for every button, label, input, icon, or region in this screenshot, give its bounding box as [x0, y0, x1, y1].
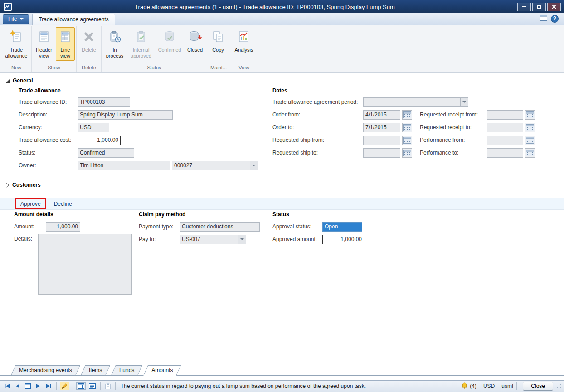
file-menu-button[interactable]: File — [3, 14, 29, 24]
performance-from-label: Performance from: — [420, 137, 487, 143]
requested-ship-to-label: Requested ship to: — [272, 150, 363, 156]
separator — [115, 382, 116, 390]
internal-approved-icon — [134, 29, 148, 46]
section-general[interactable]: General — [6, 77, 33, 84]
amount-input — [46, 222, 80, 232]
separator — [56, 382, 57, 390]
requested-receipt-to-calendar-button[interactable] — [525, 123, 535, 132]
decline-button[interactable]: Decline — [50, 199, 76, 208]
payment-type-label: Payment type: — [139, 223, 180, 230]
approve-button[interactable]: Approve — [16, 199, 45, 208]
tab-merchandising-events[interactable]: Merchandising events — [11, 365, 80, 375]
owner-label: Owner: — [19, 162, 78, 169]
field-details-label-row: Details: — [14, 234, 32, 244]
pencil-icon — [61, 383, 68, 389]
separator — [100, 382, 101, 390]
status-bar: The current status in regard to paying o… — [0, 380, 564, 392]
trade-allowance-cost-label: Trade allowance cost: — [19, 137, 78, 143]
tab-items[interactable]: Items — [81, 365, 110, 375]
order-from-calendar-button[interactable] — [402, 110, 412, 120]
section-customers[interactable]: Customers — [6, 182, 564, 188]
pay-to-dropdown-button[interactable] — [238, 235, 246, 244]
notifications-bell-icon[interactable] — [461, 382, 468, 390]
amount-label: Amount: — [14, 223, 46, 230]
new-trade-allowance-button[interactable]: Trade allowance — [3, 27, 30, 61]
tab-funds[interactable]: Funds — [111, 365, 142, 375]
window-title: Trade allowance agreements (1 - usmf) - … — [12, 4, 517, 10]
order-from-label: Order from: — [272, 111, 363, 118]
pay-to-input — [180, 235, 238, 244]
close-window-button[interactable] — [547, 3, 561, 11]
requested-ship-from-calendar-button[interactable] — [402, 136, 412, 145]
field-approved-amount: Approved amount: — [272, 234, 364, 244]
calendar-icon — [526, 149, 534, 156]
tab-amounts[interactable]: Amounts — [143, 365, 181, 376]
form-view-button[interactable] — [88, 382, 97, 390]
calendar-icon — [526, 111, 534, 118]
statusbar-currency: USD — [483, 383, 495, 389]
dates-group-header: Dates — [272, 87, 287, 94]
details-textarea[interactable] — [38, 234, 132, 295]
minimize-button[interactable] — [517, 3, 531, 11]
approval-status-input[interactable] — [322, 222, 362, 232]
collapsed-triangle-icon — [6, 183, 10, 188]
order-to-input — [363, 123, 400, 132]
header-view-button[interactable]: Header view — [33, 27, 55, 61]
field-approval-status: Approval status: — [272, 222, 362, 232]
line-view-icon — [58, 29, 73, 46]
edit-record-button[interactable] — [60, 382, 69, 390]
line-view-button[interactable]: Line view — [56, 27, 75, 61]
separator — [73, 382, 73, 390]
file-menu-label: File — [8, 16, 17, 22]
grid-view-icon — [78, 383, 84, 389]
first-record-icon — [4, 383, 10, 389]
field-performance-to: Performance to: — [420, 148, 535, 158]
owner-name-input — [78, 161, 170, 170]
grid-view-button[interactable] — [76, 382, 86, 390]
trade-allowance-id-input — [78, 97, 130, 107]
document-attachments-button[interactable] — [104, 382, 112, 390]
field-status: Status: — [19, 148, 134, 158]
calendar-icon — [403, 111, 411, 118]
tab-trade-allowance-agreements[interactable]: Trade allowance agreements — [32, 14, 115, 25]
next-record-button[interactable] — [34, 382, 42, 390]
close-icon — [552, 5, 556, 9]
notification-count[interactable]: (4) — [470, 383, 476, 389]
analysis-icon — [237, 29, 251, 46]
resize-grip[interactable] — [557, 384, 561, 388]
amounts-action-strip: Approve Decline — [0, 198, 564, 210]
previous-record-button[interactable] — [14, 382, 22, 390]
description-input — [78, 110, 173, 120]
owner-dropdown-button[interactable] — [250, 161, 258, 170]
order-from-input — [363, 110, 400, 120]
field-pay-to: Pay to: — [139, 234, 246, 244]
last-record-button[interactable] — [44, 382, 53, 390]
agreement-period-input — [363, 97, 461, 107]
approved-amount-input[interactable] — [322, 235, 364, 244]
ribbon-group-show: Header view Line view Show — [32, 26, 77, 72]
owner-id-input — [172, 161, 250, 170]
chevron-down-icon — [462, 101, 466, 105]
requested-receipt-from-label: Requested receipt from: — [420, 111, 487, 118]
agreement-period-dropdown-button[interactable] — [461, 97, 468, 107]
record-list-button[interactable] — [24, 382, 32, 390]
first-record-button[interactable] — [3, 382, 12, 390]
statusbar-company[interactable]: usmf — [501, 383, 513, 389]
requested-receipt-from-calendar-button[interactable] — [525, 110, 535, 120]
closed-button[interactable]: Closed — [185, 27, 205, 55]
record-list-icon — [25, 383, 31, 389]
order-to-label: Order to: — [272, 124, 363, 131]
order-to-calendar-button[interactable] — [402, 123, 412, 132]
help-icon[interactable]: ? — [551, 15, 559, 23]
copy-button[interactable]: Copy — [209, 27, 228, 55]
performance-to-calendar-button[interactable] — [525, 148, 535, 158]
in-process-button[interactable]: In process — [103, 27, 126, 61]
performance-from-calendar-button[interactable] — [525, 136, 535, 145]
requested-ship-to-calendar-button[interactable] — [402, 148, 412, 158]
maximize-button[interactable] — [532, 3, 546, 11]
analysis-button[interactable]: Analysis — [232, 27, 256, 55]
window-layout-icon[interactable] — [540, 15, 547, 23]
close-form-button[interactable]: Close — [523, 382, 553, 391]
trade-allowance-cost-input[interactable] — [78, 136, 121, 145]
ribbon: Trade allowance New Header view Line vie… — [0, 25, 564, 73]
